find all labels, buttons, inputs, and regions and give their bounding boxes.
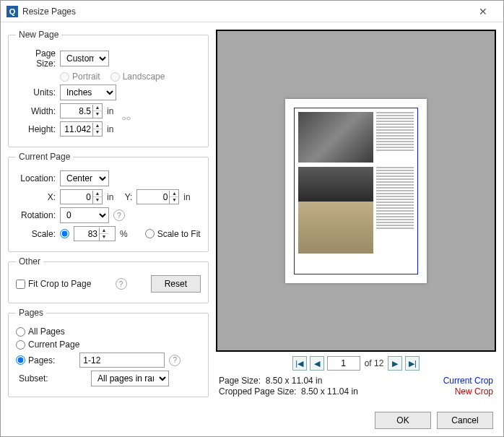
page-preview xyxy=(285,99,427,283)
landscape-radio[interactable]: Landscape xyxy=(110,72,165,82)
height-spinner[interactable]: ▲▼ xyxy=(60,121,103,137)
cancel-button[interactable]: Cancel xyxy=(437,412,493,429)
current-page-radio[interactable]: Current Page xyxy=(16,339,79,350)
next-page-icon[interactable]: ▶ xyxy=(388,356,402,371)
new-page-group: New Page Page Size: Custom Portrait Land… xyxy=(8,30,209,147)
units-select[interactable]: Inches xyxy=(60,85,116,100)
meta-pagesize-value: 8.50 x 11.04 in xyxy=(266,376,323,386)
spin-down-icon[interactable]: ▼ xyxy=(93,111,102,118)
ok-button[interactable]: OK xyxy=(375,412,431,429)
pages-legend: Pages xyxy=(16,308,46,318)
width-spinner[interactable]: ▲▼ xyxy=(60,103,103,118)
location-select[interactable]: Center xyxy=(60,170,109,186)
meta-cropped-value: 8.50 x 11.04 in xyxy=(301,386,358,397)
location-label: Location: xyxy=(16,173,56,183)
height-label: Height: xyxy=(16,124,56,134)
spin-down-icon[interactable]: ▼ xyxy=(100,234,108,241)
spin-up-icon[interactable]: ▲ xyxy=(100,228,108,234)
preview-text xyxy=(376,167,414,254)
other-group: Other Fit Crop to Page ? Reset xyxy=(8,256,209,303)
width-input[interactable] xyxy=(61,104,92,118)
page-size-select[interactable]: Custom xyxy=(60,51,109,66)
new-page-legend: New Page xyxy=(16,30,61,40)
link-icon[interactable]: ⚯ xyxy=(122,113,131,124)
close-icon[interactable]: ✕ xyxy=(469,6,498,17)
first-page-icon[interactable]: |◀ xyxy=(292,356,307,371)
spin-down-icon[interactable]: ▼ xyxy=(170,197,178,204)
prev-page-icon[interactable]: ◀ xyxy=(310,356,324,371)
help-icon[interactable]: ? xyxy=(113,209,125,221)
page-size-label: Page Size: xyxy=(16,48,56,69)
page-content xyxy=(298,112,414,270)
reset-button[interactable]: Reset xyxy=(151,275,201,293)
spin-up-icon[interactable]: ▲ xyxy=(93,191,102,197)
help-icon[interactable]: ? xyxy=(116,278,127,290)
pages-group: Pages All Pages Current Page Pages: ? Su… xyxy=(8,308,209,397)
scale-spinner[interactable]: ▲▼ xyxy=(74,226,116,241)
preview-image xyxy=(298,167,373,254)
help-icon[interactable]: ? xyxy=(169,355,181,366)
spin-up-icon[interactable]: ▲ xyxy=(170,191,178,197)
subset-label: Subset: xyxy=(19,373,53,384)
page-of-label: of 12 xyxy=(365,358,384,368)
pages-range-radio[interactable]: Pages: xyxy=(16,355,55,365)
y-label: Y: xyxy=(118,192,132,202)
new-crop-label: New Crop xyxy=(455,386,493,397)
fit-crop-checkbox[interactable]: Fit Crop to Page xyxy=(16,279,91,289)
units-label: Units: xyxy=(16,87,56,98)
titlebar: Q Resize Pages ✕ xyxy=(1,1,503,22)
preview-pane xyxy=(216,30,496,352)
resize-pages-dialog: Q Resize Pages ✕ New Page Page Size: Cus… xyxy=(0,0,504,437)
current-page-legend: Current Page xyxy=(16,152,73,162)
height-input[interactable] xyxy=(61,122,92,136)
scale-value-radio[interactable] xyxy=(60,229,69,238)
pages-range-input[interactable] xyxy=(79,352,165,368)
rotation-label: Rotation: xyxy=(16,210,56,220)
other-legend: Other xyxy=(16,256,43,267)
preview-meta: Page Size: 8.50 x 11.04 in Current Crop … xyxy=(216,375,496,397)
portrait-radio[interactable]: Portrait xyxy=(60,72,100,82)
y-input[interactable] xyxy=(137,190,169,204)
scale-label: Scale: xyxy=(16,229,56,239)
meta-pagesize-label: Page Size: xyxy=(219,376,261,386)
pager: |◀ ◀ of 12 ▶ ▶| xyxy=(216,352,496,375)
all-pages-radio[interactable]: All Pages xyxy=(16,326,65,337)
meta-cropped-label: Cropped Page Size: xyxy=(219,386,296,397)
width-unit: in xyxy=(107,106,113,116)
spin-up-icon[interactable]: ▲ xyxy=(93,105,102,111)
scale-to-fit-radio[interactable]: Scale to Fit xyxy=(145,229,201,239)
app-icon: Q xyxy=(6,6,18,17)
current-crop-label: Current Crop xyxy=(443,376,493,386)
y-spinner[interactable]: ▲▼ xyxy=(136,189,179,204)
x-input[interactable] xyxy=(61,190,92,204)
current-page-group: Current Page Location: Center X: ▲▼ in Y… xyxy=(8,152,209,252)
width-label: Width: xyxy=(16,106,56,116)
spin-up-icon[interactable]: ▲ xyxy=(93,123,102,129)
window-title: Resize Pages xyxy=(22,7,469,17)
subset-select[interactable]: All pages in range xyxy=(91,371,169,386)
spin-down-icon[interactable]: ▼ xyxy=(93,197,102,204)
height-unit: in xyxy=(107,124,113,134)
preview-image xyxy=(298,112,373,163)
spin-down-icon[interactable]: ▼ xyxy=(93,129,102,136)
rotation-select[interactable]: 0 xyxy=(60,207,109,223)
x-label: X: xyxy=(16,192,56,202)
last-page-icon[interactable]: ▶| xyxy=(405,356,420,371)
x-spinner[interactable]: ▲▼ xyxy=(60,189,103,204)
preview-text xyxy=(376,112,414,163)
scale-input[interactable] xyxy=(74,227,99,241)
footer: OK Cancel xyxy=(1,404,503,436)
page-number-input[interactable] xyxy=(327,356,360,371)
